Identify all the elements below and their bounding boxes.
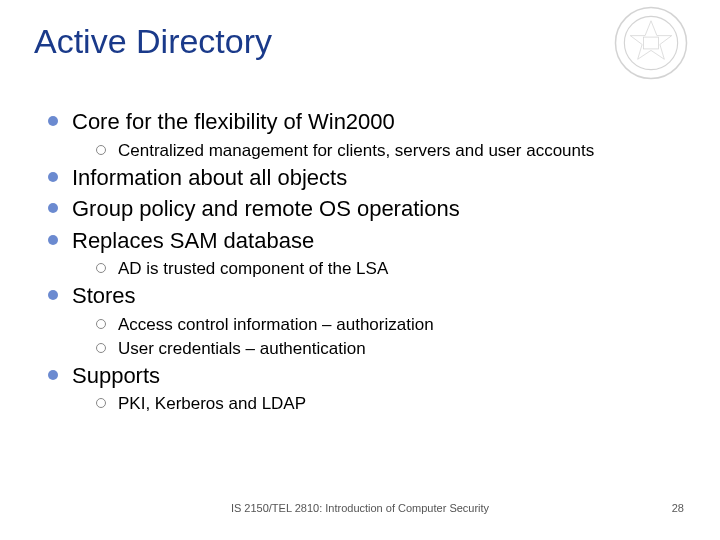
subbullet-text: Centralized management for clients, serv…	[118, 140, 594, 162]
subbullet-text: Access control information – authorizati…	[118, 314, 434, 336]
bullet-text: Supports	[72, 362, 160, 390]
disc-bullet-icon	[48, 370, 58, 380]
bullet-level1: Group policy and remote OS operations	[48, 195, 690, 223]
bullet-level2: AD is trusted component of the LSA	[96, 258, 690, 280]
svg-point-0	[615, 7, 686, 78]
disc-bullet-icon	[48, 116, 58, 126]
ring-bullet-icon	[96, 343, 106, 353]
bullet-level2: User credentials – authentication	[96, 338, 690, 360]
bullet-text: Group policy and remote OS operations	[72, 195, 460, 223]
bullet-level1: Supports	[48, 362, 690, 390]
bullet-text: Replaces SAM database	[72, 227, 314, 255]
subbullet-text: AD is trusted component of the LSA	[118, 258, 388, 280]
slide-title: Active Directory	[34, 22, 272, 61]
bullet-level1: Stores	[48, 282, 690, 310]
bullet-level1: Information about all objects	[48, 164, 690, 192]
disc-bullet-icon	[48, 172, 58, 182]
subbullet-text: User credentials – authentication	[118, 338, 366, 360]
seal-icon	[614, 6, 688, 80]
svg-point-1	[624, 16, 677, 69]
bullet-text: Core for the flexibility of Win2000	[72, 108, 395, 136]
bullet-text: Information about all objects	[72, 164, 347, 192]
bullet-level2: PKI, Kerberos and LDAP	[96, 393, 690, 415]
subbullet-text: PKI, Kerberos and LDAP	[118, 393, 306, 415]
footer-course: IS 2150/TEL 2810: Introduction of Comput…	[0, 502, 720, 514]
bullet-level1: Replaces SAM database	[48, 227, 690, 255]
ring-bullet-icon	[96, 145, 106, 155]
slide-body: Core for the flexibility of Win2000 Cent…	[48, 108, 690, 417]
ring-bullet-icon	[96, 319, 106, 329]
disc-bullet-icon	[48, 235, 58, 245]
bullet-level1: Core for the flexibility of Win2000	[48, 108, 690, 136]
footer-page-number: 28	[672, 502, 684, 514]
svg-rect-2	[644, 37, 659, 49]
bullet-level2: Access control information – authorizati…	[96, 314, 690, 336]
bullet-level2: Centralized management for clients, serv…	[96, 140, 690, 162]
ring-bullet-icon	[96, 263, 106, 273]
disc-bullet-icon	[48, 290, 58, 300]
ring-bullet-icon	[96, 398, 106, 408]
disc-bullet-icon	[48, 203, 58, 213]
bullet-text: Stores	[72, 282, 136, 310]
